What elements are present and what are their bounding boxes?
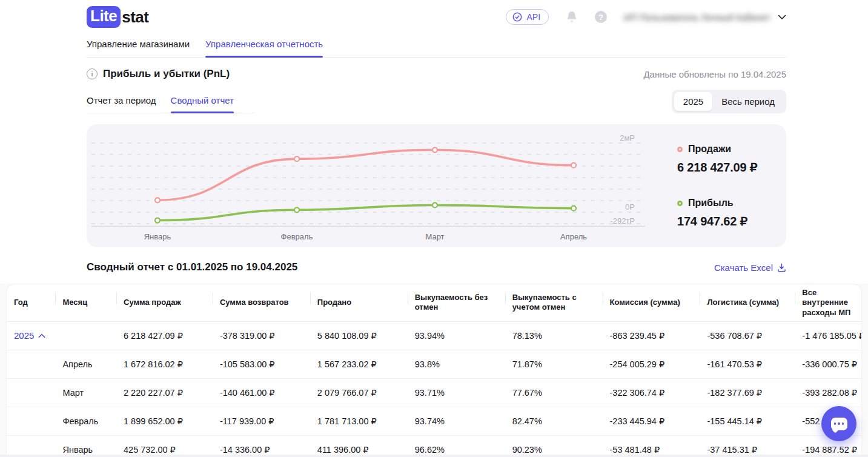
notifications-button[interactable] — [566, 10, 578, 24]
table-cell: -182 377.69 ₽ — [700, 378, 795, 407]
table-cell: 1 899 652.00 ₽ — [116, 407, 213, 435]
table-cell — [7, 435, 55, 457]
legend-item-profit: Прибыль 174 947.62 ₽ — [677, 198, 859, 228]
period-option-2025[interactable]: 2025 — [674, 92, 712, 111]
x-axis-month-label: Февраль — [281, 232, 313, 241]
pnl-header-row: i Прибыль и убытки (PnL) Данные обновлен… — [87, 68, 786, 80]
table-cell: 1 781 713.00 ₽ — [310, 407, 408, 435]
table-cell: 77.67% — [505, 378, 603, 407]
table-row: Март2 220 227.07 ₽-140 461.00 ₽2 079 766… — [7, 378, 862, 407]
table-header-cell: Продано — [310, 284, 408, 321]
table-cell: -233 445.94 ₽ — [603, 407, 700, 435]
table-cell: -53 481.48 ₽ — [603, 435, 700, 457]
table-cell: -155 445.14 ₽ — [700, 407, 795, 435]
data-point-marker — [432, 202, 437, 207]
data-point-marker — [571, 163, 576, 168]
main-nav-tabs: Управление магазинами Управленческая отч… — [87, 39, 786, 58]
profit-marker-icon — [677, 201, 683, 206]
table-cell: 90.23% — [505, 435, 603, 457]
y-tick-label: -292тР — [610, 216, 635, 225]
logo: Lite stat — [87, 6, 148, 28]
table-header-cell: Комиссия (сумма) — [603, 284, 700, 321]
topbar: Lite stat API ? ИП Пользователь Личный К… — [87, 0, 786, 34]
info-circle-icon[interactable]: i — [87, 68, 98, 79]
table-cell: Март — [55, 378, 116, 407]
api-badge[interactable]: API — [506, 9, 549, 25]
table-cell: 71.87% — [505, 350, 603, 378]
help-button[interactable]: ? — [595, 11, 607, 23]
table-cell: -393 282.08 ₽ — [795, 378, 862, 407]
page-bottom-strip — [0, 455, 868, 457]
year-toggle[interactable]: 2025 — [14, 330, 45, 341]
table-header-cell: Все внутренние расходы МП — [795, 284, 862, 321]
table-cell: -378 319.00 ₽ — [213, 321, 310, 350]
download-icon — [777, 263, 786, 272]
chat-bubble-icon — [831, 418, 847, 430]
table-cell: 2 079 766.07 ₽ — [310, 378, 408, 407]
period-toggle: 2025 Весь период — [672, 90, 786, 113]
table-cell: 5 840 108.09 ₽ — [310, 321, 408, 350]
page-content: Lite stat API ? ИП Пользователь Личный К… — [0, 0, 868, 273]
pnl-line-chart: 2мР0Р-292тРЯнварьФевральМартАпрель — [87, 124, 656, 247]
report-controls-row: Отчет за период Сводный отчет 2025 Весь … — [87, 90, 786, 113]
table-row: Апрель1 672 816.02 ₽-105 583.00 ₽1 567 2… — [7, 350, 862, 378]
table-cell: 1 567 233.02 ₽ — [310, 350, 408, 378]
table-cell — [7, 407, 55, 435]
chevron-down-icon — [778, 15, 786, 20]
table-row: Февраль1 899 652.00 ₽-117 939.00 ₽1 781 … — [7, 407, 862, 435]
table-cell: 93.94% — [408, 321, 505, 350]
table-cell: Апрель — [55, 350, 116, 378]
data-point-marker — [432, 147, 437, 152]
x-axis-month-label: Апрель — [560, 232, 587, 241]
data-point-marker — [155, 198, 160, 202]
table-header-cell: Год — [7, 284, 55, 321]
tab-store-management[interactable]: Управление магазинами — [87, 39, 190, 57]
check-circle-icon — [512, 12, 522, 22]
pnl-title-wrap: i Прибыль и убытки (PnL) — [87, 68, 230, 80]
table-cell: 93.74% — [408, 407, 505, 435]
tab-summary-report[interactable]: Сводный отчет — [171, 95, 234, 113]
data-updated-label: Данные обновлены по 19.04.2025 — [643, 69, 786, 79]
profit-legend-label: Прибыль — [688, 198, 734, 208]
table-cell: -117 939.00 ₽ — [213, 407, 310, 435]
summary-report-title: Сводный отчет с 01.01.2025 по 19.04.2025 — [87, 261, 297, 273]
period-option-all[interactable]: Весь период — [712, 92, 784, 111]
table-cell: -336 000.75 ₽ — [795, 350, 862, 378]
data-point-marker — [571, 206, 576, 211]
chat-fab-button[interactable] — [821, 406, 856, 441]
api-badge-label: API — [526, 12, 540, 22]
logo-lite: Lite — [87, 6, 121, 28]
table-cell: -37 415.31 ₽ — [700, 435, 795, 457]
table-cell: 82.47% — [505, 407, 603, 435]
tab-period-report[interactable]: Отчет за период — [87, 95, 156, 113]
table-cell — [7, 378, 55, 407]
series-line-Продажи — [157, 150, 574, 200]
table-header-cell: Логистика (сумма) — [700, 284, 795, 321]
table-cell: -14 336.00 ₽ — [213, 435, 310, 457]
table-cell: 2025 — [7, 321, 55, 350]
table-zone: ГодМесяцСумма продажСумма возвратовПрода… — [0, 284, 868, 457]
tab-management-reporting[interactable]: Управленческая отчетность — [205, 39, 323, 57]
data-point-marker — [155, 218, 160, 223]
bell-icon — [566, 10, 578, 24]
table-header-row: ГодМесяцСумма продажСумма возвратовПрода… — [7, 284, 862, 321]
table-cell: 2 220 227.07 ₽ — [116, 378, 213, 407]
page-title: Прибыль и убытки (PnL) — [103, 68, 230, 80]
table-cell: 78.13% — [505, 321, 603, 350]
logo-stat: stat — [121, 8, 148, 27]
table-cell: 93.71% — [408, 378, 505, 407]
table-cell: 411 396.00 ₽ — [310, 435, 408, 457]
x-axis-month-label: Март — [425, 232, 444, 241]
table-cell: -105 583.00 ₽ — [213, 350, 310, 378]
sales-total-value: 6 218 427.09 ₽ — [677, 160, 859, 175]
question-circle-icon: ? — [595, 11, 607, 23]
y-tick-label: 2мР — [620, 133, 635, 142]
table-cell: -254 005.29 ₽ — [603, 350, 700, 378]
table-header-cell: Выкупаемость с учетом отмен — [505, 284, 603, 321]
table-cell: -536 708.67 ₽ — [700, 321, 795, 350]
table-row: 20256 218 427.09 ₽-378 319.00 ₽5 840 108… — [7, 321, 862, 350]
download-excel-link[interactable]: Скачать Excel — [714, 262, 786, 273]
table-cell: -161 470.53 ₽ — [700, 350, 795, 378]
chevron-up-icon — [38, 333, 45, 338]
user-menu[interactable]: ИП Пользователь Личный Кабинет — [624, 12, 786, 22]
